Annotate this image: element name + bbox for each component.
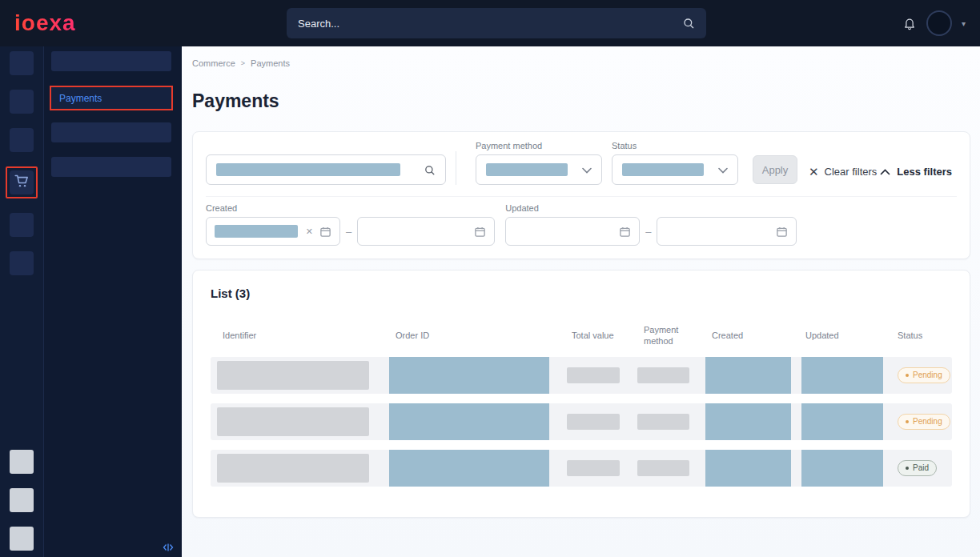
status-badge: Paid xyxy=(898,460,937,476)
table-header: Identifier Order ID Total value Payment … xyxy=(211,324,952,347)
payment-method-label: Payment method xyxy=(476,141,602,150)
calendar-icon[interactable] xyxy=(619,226,631,238)
sidebar-item-placeholder-3[interactable] xyxy=(51,157,171,177)
filter-row-primary: Payment method Status xyxy=(206,140,957,185)
topbar: ioexa ▾ xyxy=(0,0,980,46)
chevron-up-icon xyxy=(880,166,890,178)
created-from-input[interactable]: ✕ xyxy=(206,217,340,246)
clear-filters-button[interactable]: ✕ Clear filters xyxy=(809,166,877,178)
created-placeholder xyxy=(705,357,791,394)
total-value-placeholder xyxy=(567,414,620,430)
status-field: Status xyxy=(612,141,738,185)
column-header-payment-method: Payment method xyxy=(637,324,705,347)
status-value-placeholder xyxy=(622,163,704,176)
identifier-placeholder xyxy=(217,407,369,436)
cell-created xyxy=(705,357,799,394)
cell-order-id xyxy=(389,403,565,440)
order-id-placeholder xyxy=(389,403,549,440)
sidebar-collapse-icon[interactable] xyxy=(163,543,174,552)
nav-icon-placeholder-5[interactable] xyxy=(10,251,34,275)
payment-method-select[interactable] xyxy=(476,154,602,185)
status-label: Pending xyxy=(913,417,942,426)
status-select[interactable] xyxy=(612,154,738,185)
created-placeholder xyxy=(705,450,791,487)
order-id-placeholder xyxy=(389,450,549,487)
status-dot xyxy=(906,420,909,423)
table-row[interactable]: Pending xyxy=(211,403,952,440)
calendar-icon[interactable] xyxy=(474,226,486,238)
user-menu-caret-icon[interactable]: ▾ xyxy=(962,19,966,28)
chevron-down-icon xyxy=(718,162,728,177)
table-row[interactable]: Pending xyxy=(211,357,952,394)
updated-from-input[interactable] xyxy=(505,217,640,246)
bottom-icon-placeholder-1[interactable] xyxy=(10,450,34,474)
breadcrumb-separator: > xyxy=(241,59,245,67)
status-dot xyxy=(906,374,909,377)
bottom-icon-placeholder-2[interactable] xyxy=(10,488,34,512)
column-header-order-id: Order ID xyxy=(389,330,565,341)
search-value-placeholder xyxy=(216,163,400,176)
apply-button[interactable]: Apply xyxy=(753,155,797,184)
search-input[interactable] xyxy=(298,18,682,30)
secondary-sidebar: Payments xyxy=(44,46,182,557)
identifier-placeholder xyxy=(217,454,369,483)
payments-annotation-box: Payments xyxy=(50,86,173,110)
filter-search-icon xyxy=(424,164,436,176)
cell-status: Pending xyxy=(891,357,952,394)
cell-created xyxy=(705,450,799,487)
global-search[interactable] xyxy=(287,8,706,38)
column-header-status: Status xyxy=(891,330,952,341)
notifications-bell-icon[interactable] xyxy=(902,16,917,30)
cell-total-value xyxy=(565,450,637,487)
sidebar-item-payments[interactable]: Payments xyxy=(51,87,171,109)
column-header-total-value: Total value xyxy=(565,330,637,341)
created-from-value-placeholder xyxy=(215,225,298,238)
sidebar-item-placeholder-2[interactable] xyxy=(51,122,171,142)
created-placeholder xyxy=(705,403,791,440)
status-badge: Pending xyxy=(898,367,950,383)
chevron-down-icon xyxy=(582,162,592,177)
app-logo[interactable]: ioexa xyxy=(14,10,76,36)
payments-list-card: List (3) Identifier Order ID Total value… xyxy=(192,270,970,518)
created-to-input[interactable] xyxy=(357,217,495,246)
nav-icon-placeholder-4[interactable] xyxy=(10,213,34,237)
cell-created xyxy=(705,403,799,440)
sidebar-item-payments-label: Payments xyxy=(59,93,102,104)
nav-icon-placeholder-3[interactable] xyxy=(10,128,34,152)
cell-identifier xyxy=(211,450,389,487)
calendar-icon[interactable] xyxy=(319,226,331,238)
nav-icon-placeholder-2[interactable] xyxy=(10,90,34,114)
less-filters-label: Less filters xyxy=(897,166,952,178)
commerce-nav-item[interactable] xyxy=(10,170,34,194)
clear-date-icon[interactable]: ✕ xyxy=(306,226,313,237)
cell-updated xyxy=(799,357,891,394)
updated-placeholder xyxy=(801,403,883,440)
nav-icon-placeholder-1[interactable] xyxy=(10,51,34,75)
filter-row-dates: Created ✕ – xyxy=(206,196,957,246)
clear-filters-label: Clear filters xyxy=(825,166,878,178)
user-avatar[interactable] xyxy=(926,10,952,36)
sidebar-item-placeholder-1[interactable] xyxy=(51,51,171,71)
table-row[interactable]: Paid xyxy=(211,450,952,487)
date-range-separator: – xyxy=(346,226,351,238)
payment-method-placeholder xyxy=(637,367,689,383)
updated-to-input[interactable] xyxy=(657,217,797,246)
filters-card: Payment method Status xyxy=(192,131,970,259)
close-icon: ✕ xyxy=(809,166,819,178)
breadcrumb: Commerce > Payments xyxy=(192,58,970,68)
filter-search-input[interactable] xyxy=(206,154,446,185)
bottom-icon-placeholder-3[interactable] xyxy=(10,527,34,551)
payment-method-placeholder xyxy=(637,460,689,476)
date-range-separator: – xyxy=(645,226,651,238)
updated-placeholder xyxy=(801,357,883,394)
breadcrumb-commerce[interactable]: Commerce xyxy=(192,58,235,68)
less-filters-button[interactable]: Less filters xyxy=(880,166,952,178)
breadcrumb-payments[interactable]: Payments xyxy=(251,58,290,68)
calendar-icon[interactable] xyxy=(776,226,788,238)
total-value-placeholder xyxy=(567,460,620,476)
status-badge: Pending xyxy=(898,414,950,430)
cell-total-value xyxy=(565,403,637,440)
payment-method-field: Payment method xyxy=(476,141,602,185)
column-header-identifier: Identifier xyxy=(211,330,389,341)
cell-payment-method xyxy=(637,450,705,487)
